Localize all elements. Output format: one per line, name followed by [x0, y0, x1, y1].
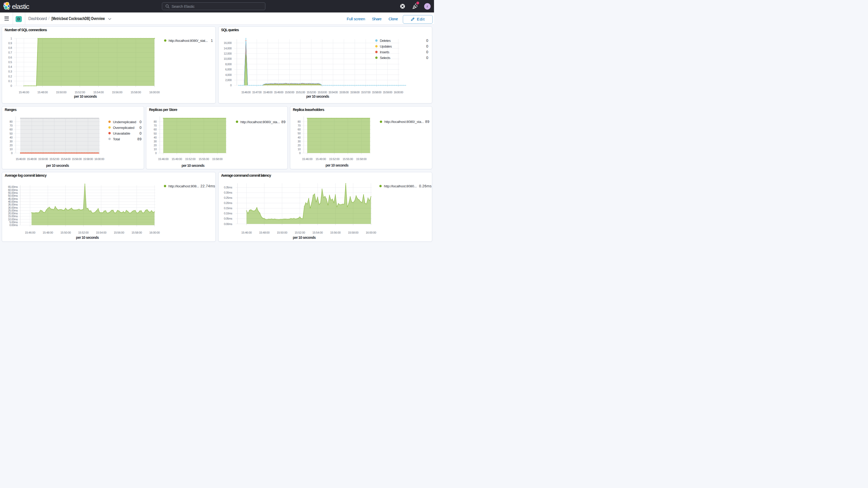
svg-text:Deletes: Deletes — [380, 39, 391, 42]
svg-text:8,000: 8,000 — [225, 63, 231, 66]
svg-text:15:47:00: 15:47:00 — [252, 91, 261, 94]
svg-text:6,000: 6,000 — [225, 68, 231, 71]
svg-text:http://localhost:8080/_sta...: http://localhost:8080/_sta... — [384, 120, 424, 124]
svg-text:15:54:00: 15:54:00 — [312, 231, 323, 234]
svg-text:15:48:00: 15:48:00 — [259, 231, 269, 234]
svg-text:per 10 seconds: per 10 seconds — [306, 94, 329, 98]
svg-text:15:52:00: 15:52:00 — [306, 91, 316, 94]
svg-text:http://localhost:8080/_sta...: http://localhost:8080/_sta... — [240, 120, 280, 124]
svg-text:0.3: 0.3 — [8, 70, 12, 73]
svg-text:89: 89 — [137, 137, 142, 141]
svg-text:25.00ms: 25.00ms — [8, 209, 18, 212]
svg-text:70: 70 — [10, 124, 13, 127]
svg-text:16,000: 16,000 — [223, 41, 231, 44]
svg-text:12,000: 12,000 — [223, 52, 231, 55]
svg-text:http://localhost:8080/_stat...: http://localhost:8080/_stat... — [169, 39, 208, 42]
svg-text:80: 80 — [154, 120, 157, 123]
svg-text:15:49:00: 15:49:00 — [274, 91, 283, 94]
svg-text:89: 89 — [281, 120, 286, 124]
svg-text:30: 30 — [10, 140, 13, 143]
svg-text:15:52:00: 15:52:00 — [74, 91, 85, 94]
svg-text:60.00ms: 60.00ms — [8, 188, 18, 191]
svg-text:15:52:00: 15:52:00 — [294, 231, 305, 234]
svg-text:30: 30 — [154, 140, 157, 143]
svg-text:60: 60 — [10, 128, 13, 131]
svg-text:70: 70 — [298, 124, 301, 127]
svg-text:0: 0 — [140, 131, 142, 135]
svg-text:15:50:00: 15:50:00 — [277, 231, 287, 234]
svg-text:15:50:00: 15:50:00 — [285, 91, 294, 94]
svg-text:0.26ms: 0.26ms — [419, 184, 432, 188]
svg-text:per 10 seconds: per 10 seconds — [74, 94, 97, 98]
svg-text:15:56:00: 15:56:00 — [72, 157, 82, 160]
svg-text:15:52:00: 15:52:00 — [78, 231, 89, 234]
svg-text:40.00ms: 40.00ms — [8, 200, 18, 203]
svg-text:80: 80 — [10, 120, 13, 123]
svg-text:Selects: Selects — [380, 56, 390, 60]
svg-text:1: 1 — [10, 37, 12, 40]
svg-text:16:00:00: 16:00:00 — [366, 231, 376, 234]
svg-text:14,000: 14,000 — [223, 47, 231, 50]
svg-text:0.15ms: 0.15ms — [224, 207, 232, 210]
svg-text:per 10 seconds: per 10 seconds — [292, 236, 316, 240]
svg-text:http://localhost:808...: http://localhost:808... — [168, 184, 199, 188]
svg-text:16:00:00: 16:00:00 — [394, 91, 403, 94]
svg-text:1: 1 — [211, 38, 213, 42]
svg-text:15:46:00: 15:46:00 — [241, 91, 250, 94]
svg-text:Updates: Updates — [380, 44, 392, 48]
svg-text:0.35ms: 0.35ms — [224, 186, 232, 189]
svg-text:16:00:00: 16:00:00 — [149, 231, 160, 234]
svg-text:50: 50 — [10, 132, 13, 135]
svg-text:0.2: 0.2 — [8, 75, 12, 78]
svg-text:15:58:00: 15:58:00 — [83, 157, 93, 160]
svg-text:0.7: 0.7 — [8, 51, 12, 54]
svg-text:15:58:00: 15:58:00 — [131, 231, 142, 234]
svg-text:0.5: 0.5 — [8, 61, 12, 64]
svg-text:0: 0 — [11, 151, 13, 154]
svg-text:10.00ms: 10.00ms — [8, 218, 18, 221]
svg-text:10: 10 — [298, 147, 301, 150]
svg-text:55.00ms: 55.00ms — [8, 191, 18, 194]
svg-text:15:58:00: 15:58:00 — [372, 91, 381, 94]
svg-text:15:52:00: 15:52:00 — [50, 157, 59, 160]
svg-text:40: 40 — [10, 135, 13, 139]
svg-text:10: 10 — [154, 147, 157, 150]
svg-text:20: 20 — [10, 144, 13, 147]
svg-text:0: 0 — [426, 38, 428, 42]
svg-text:70: 70 — [154, 124, 157, 127]
svg-text:30: 30 — [298, 140, 301, 143]
svg-text:15:48:00: 15:48:00 — [37, 91, 48, 94]
svg-text:0.00ms: 0.00ms — [224, 222, 232, 225]
svg-text:0.4: 0.4 — [8, 65, 12, 68]
svg-text:per 10 seconds: per 10 seconds — [76, 236, 99, 240]
svg-text:0: 0 — [140, 120, 142, 124]
svg-text:40: 40 — [154, 135, 157, 139]
svg-text:15:50:00: 15:50:00 — [56, 91, 66, 94]
svg-text:20.00ms: 20.00ms — [8, 212, 18, 215]
svg-text:0: 0 — [426, 44, 428, 48]
svg-text:50: 50 — [154, 132, 157, 135]
svg-text:15:58:00: 15:58:00 — [348, 231, 358, 234]
svg-text:15:56:00: 15:56:00 — [114, 231, 124, 234]
svg-text:Overreplicated: Overreplicated — [113, 125, 134, 129]
svg-text:Underreplicated: Underreplicated — [113, 120, 136, 124]
svg-text:15:59:00: 15:59:00 — [383, 91, 392, 94]
svg-text:15:58:00: 15:58:00 — [212, 157, 223, 160]
svg-text:15:48:00: 15:48:00 — [42, 231, 53, 234]
svg-text:0: 0 — [10, 84, 12, 87]
svg-text:0.00ms: 0.00ms — [9, 223, 18, 226]
svg-text:Inserts: Inserts — [380, 50, 389, 54]
svg-text:16:00:00: 16:00:00 — [149, 91, 160, 94]
svg-text:4,000: 4,000 — [225, 73, 231, 77]
svg-text:45.00ms: 45.00ms — [8, 197, 18, 200]
svg-text:15:52:00: 15:52:00 — [185, 157, 196, 160]
svg-text:15:46:00: 15:46:00 — [241, 231, 252, 234]
svg-text:50.00ms: 50.00ms — [8, 194, 18, 197]
svg-text:15:46:00: 15:46:00 — [16, 157, 26, 160]
svg-text:15:49:00: 15:49:00 — [172, 157, 182, 160]
svg-text:60: 60 — [298, 128, 301, 131]
svg-text:15:56:00: 15:56:00 — [112, 91, 122, 94]
svg-text:15:52:00: 15:52:00 — [329, 157, 339, 160]
svg-text:22.74ms: 22.74ms — [200, 184, 215, 188]
svg-text:Unavailable: Unavailable — [113, 131, 130, 135]
